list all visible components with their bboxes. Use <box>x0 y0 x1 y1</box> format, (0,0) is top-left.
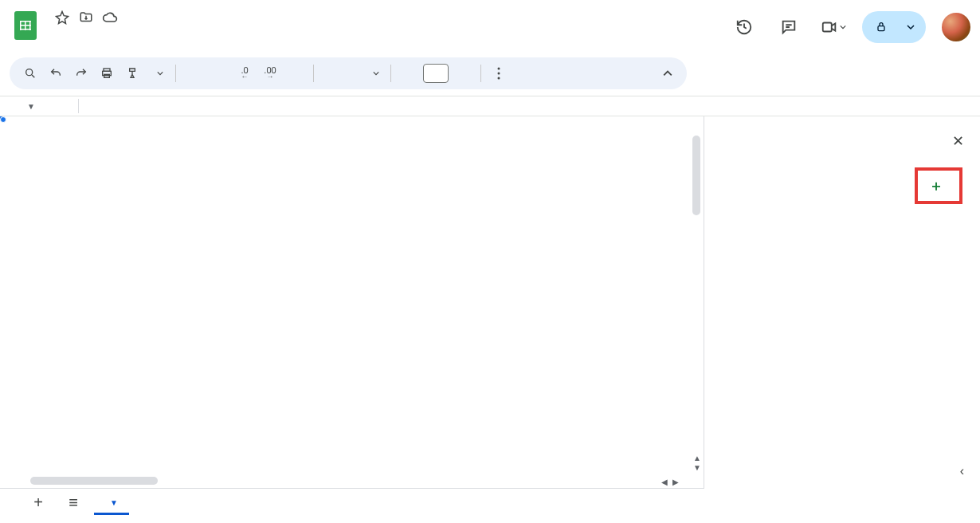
collapse-toolbar-icon[interactable] <box>657 62 679 85</box>
increase-decimal-button[interactable]: .00→ <box>259 62 281 85</box>
star-icon[interactable] <box>54 10 70 26</box>
cloud-status-icon[interactable] <box>102 10 118 26</box>
font-dropdown[interactable] <box>320 62 384 85</box>
menu-tools[interactable] <box>132 30 145 37</box>
menu-help[interactable] <box>161 30 174 37</box>
more-toolbar-icon[interactable] <box>488 62 510 85</box>
menu-format[interactable] <box>104 30 116 37</box>
move-icon[interactable] <box>78 10 94 26</box>
percent-button[interactable] <box>208 62 230 85</box>
name-box[interactable]: ▼ <box>0 102 78 111</box>
share-button[interactable] <box>862 11 926 43</box>
paint-format-icon[interactable] <box>121 62 143 85</box>
menu-insert[interactable] <box>89 30 102 37</box>
zoom-dropdown[interactable] <box>147 62 169 85</box>
number-format-button[interactable] <box>284 62 307 85</box>
add-sheet-button[interactable]: + <box>24 491 53 515</box>
menu-edit[interactable] <box>61 30 73 37</box>
spreadsheet-grid[interactable]: ▲ ▼ ◀ ▶ <box>0 116 704 488</box>
sheets-logo[interactable] <box>10 10 41 41</box>
data-validation-panel: ✕ ＋ ‹ <box>704 116 980 488</box>
vertical-scrollbar[interactable]: ▲ ▼ <box>692 136 702 472</box>
menu-extensions[interactable] <box>147 30 159 37</box>
plus-icon: ＋ <box>929 179 943 193</box>
svg-rect-0 <box>823 23 832 32</box>
font-size-increase[interactable] <box>452 62 474 85</box>
sheet-tab-dropdown-icon[interactable]: ▼ <box>110 498 118 507</box>
all-sheets-button[interactable]: ≡ <box>59 491 88 515</box>
svg-point-8 <box>498 77 500 80</box>
decrease-decimal-button[interactable]: .0← <box>233 62 256 85</box>
currency-button[interactable] <box>182 62 205 85</box>
add-rule-button[interactable]: ＋ <box>929 179 948 193</box>
svg-point-2 <box>26 69 33 76</box>
add-rule-highlight: ＋ <box>915 167 962 204</box>
redo-icon[interactable] <box>70 62 92 85</box>
menu-data[interactable] <box>118 30 131 37</box>
svg-point-6 <box>498 68 500 70</box>
font-size-input[interactable] <box>423 64 449 83</box>
menu-view[interactable] <box>75 30 88 37</box>
meet-icon[interactable] <box>817 11 849 43</box>
name-box-dropdown-icon[interactable]: ▼ <box>27 102 35 111</box>
collapse-side-panel-icon[interactable]: ‹ <box>960 464 964 478</box>
share-dropdown-icon[interactable] <box>899 15 923 39</box>
svg-point-7 <box>498 73 500 75</box>
svg-rect-1 <box>878 26 884 31</box>
account-avatar[interactable] <box>942 13 970 41</box>
print-icon[interactable] <box>96 62 118 85</box>
svg-rect-5 <box>104 74 110 77</box>
comments-icon[interactable] <box>773 11 805 43</box>
search-icon[interactable] <box>19 62 41 85</box>
menu-bar <box>46 30 728 37</box>
toolbar: .0← .00→ <box>10 57 687 89</box>
menu-file[interactable] <box>46 30 59 37</box>
horizontal-scrollbar[interactable]: ◀ ▶ <box>6 477 681 486</box>
sheet-tab-bar: + ≡ ▼ <box>0 488 704 517</box>
font-size-decrease[interactable] <box>398 62 420 85</box>
sheet-tab-1[interactable]: ▼ <box>94 491 129 515</box>
undo-icon[interactable] <box>45 62 67 85</box>
history-icon[interactable] <box>728 11 760 43</box>
close-icon[interactable]: ✕ <box>952 132 964 150</box>
